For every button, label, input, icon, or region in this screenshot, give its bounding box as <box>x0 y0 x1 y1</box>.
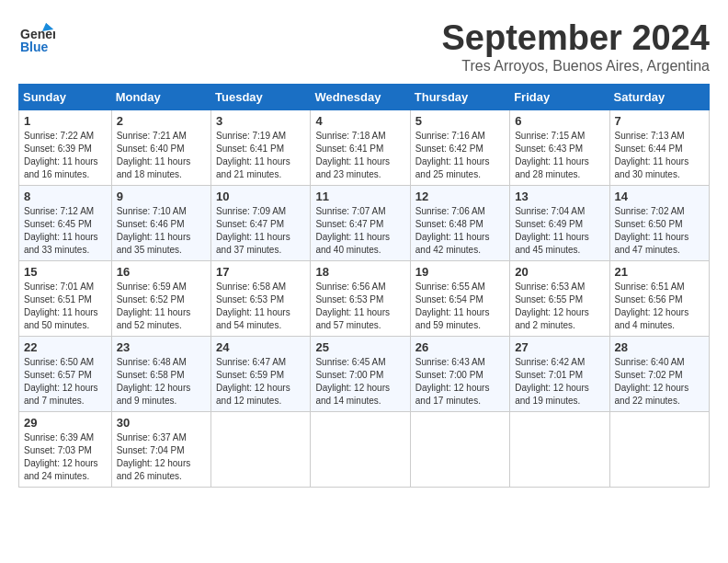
week-row-1: 1Sunrise: 7:22 AM Sunset: 6:39 PM Daylig… <box>19 110 710 186</box>
day-info: Sunrise: 7:02 AM Sunset: 6:50 PM Dayligh… <box>615 205 704 257</box>
logo-icon: General Blue <box>18 18 55 59</box>
week-row-2: 8Sunrise: 7:12 AM Sunset: 6:45 PM Daylig… <box>19 186 710 261</box>
day-info: Sunrise: 6:48 AM Sunset: 6:58 PM Dayligh… <box>117 356 206 408</box>
calendar-cell: 4Sunrise: 7:18 AM Sunset: 6:41 PM Daylig… <box>311 110 410 186</box>
svg-text:Blue: Blue <box>20 40 49 54</box>
day-number: 25 <box>315 340 404 354</box>
day-info: Sunrise: 6:42 AM Sunset: 7:01 PM Dayligh… <box>515 356 604 408</box>
day-info: Sunrise: 7:18 AM Sunset: 6:41 PM Dayligh… <box>315 130 404 181</box>
day-info: Sunrise: 6:43 AM Sunset: 7:00 PM Dayligh… <box>415 356 505 408</box>
col-header-sunday: Sunday <box>19 85 112 110</box>
col-header-thursday: Thursday <box>410 85 509 110</box>
day-number: 18 <box>315 265 404 279</box>
day-info: Sunrise: 6:39 AM Sunset: 7:03 PM Dayligh… <box>24 431 107 483</box>
day-number: 15 <box>24 265 107 279</box>
day-number: 30 <box>117 416 206 430</box>
calendar-cell: 12Sunrise: 7:06 AM Sunset: 6:48 PM Dayli… <box>410 186 509 261</box>
calendar-cell: 1Sunrise: 7:22 AM Sunset: 6:39 PM Daylig… <box>19 110 112 186</box>
calendar-cell: 27Sunrise: 6:42 AM Sunset: 7:01 PM Dayli… <box>510 337 609 412</box>
day-number: 14 <box>615 190 704 203</box>
day-number: 2 <box>117 114 206 128</box>
day-info: Sunrise: 6:45 AM Sunset: 7:00 PM Dayligh… <box>315 356 404 408</box>
calendar-cell: 7Sunrise: 7:13 AM Sunset: 6:44 PM Daylig… <box>609 110 709 186</box>
week-row-3: 15Sunrise: 7:01 AM Sunset: 6:51 PM Dayli… <box>19 261 710 337</box>
calendar-cell <box>211 412 311 488</box>
day-info: Sunrise: 7:04 AM Sunset: 6:49 PM Dayligh… <box>515 205 604 257</box>
calendar-cell: 6Sunrise: 7:15 AM Sunset: 6:43 PM Daylig… <box>510 110 609 186</box>
calendar-cell: 18Sunrise: 6:56 AM Sunset: 6:53 PM Dayli… <box>311 261 410 337</box>
calendar-cell: 13Sunrise: 7:04 AM Sunset: 6:49 PM Dayli… <box>510 186 609 261</box>
day-info: Sunrise: 6:50 AM Sunset: 6:57 PM Dayligh… <box>24 356 107 408</box>
calendar-cell: 20Sunrise: 6:53 AM Sunset: 6:55 PM Dayli… <box>510 261 609 337</box>
day-info: Sunrise: 7:01 AM Sunset: 6:51 PM Dayligh… <box>24 281 107 332</box>
day-info: Sunrise: 6:53 AM Sunset: 6:55 PM Dayligh… <box>515 281 604 332</box>
day-number: 28 <box>615 340 704 354</box>
calendar-cell: 3Sunrise: 7:19 AM Sunset: 6:41 PM Daylig… <box>211 110 311 186</box>
day-number: 23 <box>117 340 206 354</box>
week-row-5: 29Sunrise: 6:39 AM Sunset: 7:03 PM Dayli… <box>19 412 710 488</box>
day-info: Sunrise: 7:15 AM Sunset: 6:43 PM Dayligh… <box>515 130 604 181</box>
day-info: Sunrise: 7:19 AM Sunset: 6:41 PM Dayligh… <box>216 130 305 181</box>
calendar-table: SundayMondayTuesdayWednesdayThursdayFrid… <box>18 84 710 488</box>
calendar-cell: 15Sunrise: 7:01 AM Sunset: 6:51 PM Dayli… <box>19 261 112 337</box>
day-number: 8 <box>24 190 107 203</box>
day-number: 10 <box>216 190 305 203</box>
logo: General Blue <box>18 18 55 59</box>
calendar-cell: 5Sunrise: 7:16 AM Sunset: 6:42 PM Daylig… <box>410 110 509 186</box>
day-number: 13 <box>515 190 604 203</box>
day-number: 6 <box>515 114 604 128</box>
day-info: Sunrise: 6:47 AM Sunset: 6:59 PM Dayligh… <box>216 356 305 408</box>
calendar-cell: 19Sunrise: 6:55 AM Sunset: 6:54 PM Dayli… <box>410 261 509 337</box>
day-number: 9 <box>117 190 206 203</box>
calendar-cell: 10Sunrise: 7:09 AM Sunset: 6:47 PM Dayli… <box>211 186 311 261</box>
calendar-cell: 16Sunrise: 6:59 AM Sunset: 6:52 PM Dayli… <box>111 261 210 337</box>
week-row-4: 22Sunrise: 6:50 AM Sunset: 6:57 PM Dayli… <box>19 337 710 412</box>
calendar-cell <box>311 412 410 488</box>
calendar-cell: 28Sunrise: 6:40 AM Sunset: 7:02 PM Dayli… <box>609 337 709 412</box>
location-title: Tres Arroyos, Buenos Aires, Argentina <box>442 58 711 75</box>
calendar-cell: 14Sunrise: 7:02 AM Sunset: 6:50 PM Dayli… <box>609 186 709 261</box>
day-info: Sunrise: 6:51 AM Sunset: 6:56 PM Dayligh… <box>615 281 704 332</box>
day-number: 16 <box>117 265 206 279</box>
col-header-tuesday: Tuesday <box>211 85 311 110</box>
day-info: Sunrise: 6:40 AM Sunset: 7:02 PM Dayligh… <box>615 356 704 408</box>
day-number: 12 <box>415 190 505 203</box>
day-number: 17 <box>216 265 305 279</box>
day-number: 29 <box>24 416 107 430</box>
day-info: Sunrise: 7:21 AM Sunset: 6:40 PM Dayligh… <box>117 130 206 181</box>
day-number: 24 <box>216 340 305 354</box>
day-number: 1 <box>24 114 107 128</box>
calendar-cell <box>609 412 709 488</box>
day-number: 22 <box>24 340 107 354</box>
calendar-cell: 24Sunrise: 6:47 AM Sunset: 6:59 PM Dayli… <box>211 337 311 412</box>
day-info: Sunrise: 7:12 AM Sunset: 6:45 PM Dayligh… <box>24 205 107 257</box>
day-info: Sunrise: 7:16 AM Sunset: 6:42 PM Dayligh… <box>415 130 505 181</box>
col-header-saturday: Saturday <box>609 85 709 110</box>
calendar-cell: 23Sunrise: 6:48 AM Sunset: 6:58 PM Dayli… <box>111 337 210 412</box>
day-info: Sunrise: 7:07 AM Sunset: 6:47 PM Dayligh… <box>315 205 404 257</box>
calendar-cell: 22Sunrise: 6:50 AM Sunset: 6:57 PM Dayli… <box>19 337 112 412</box>
header-row: SundayMondayTuesdayWednesdayThursdayFrid… <box>19 85 710 110</box>
col-header-wednesday: Wednesday <box>311 85 410 110</box>
day-number: 3 <box>216 114 305 128</box>
day-number: 21 <box>615 265 704 279</box>
day-info: Sunrise: 6:58 AM Sunset: 6:53 PM Dayligh… <box>216 281 305 332</box>
day-info: Sunrise: 7:09 AM Sunset: 6:47 PM Dayligh… <box>216 205 305 257</box>
day-number: 4 <box>315 114 404 128</box>
calendar-cell <box>510 412 609 488</box>
day-info: Sunrise: 6:55 AM Sunset: 6:54 PM Dayligh… <box>415 281 505 332</box>
day-number: 27 <box>515 340 604 354</box>
calendar-cell: 17Sunrise: 6:58 AM Sunset: 6:53 PM Dayli… <box>211 261 311 337</box>
day-number: 20 <box>515 265 604 279</box>
col-header-monday: Monday <box>111 85 210 110</box>
day-info: Sunrise: 7:22 AM Sunset: 6:39 PM Dayligh… <box>24 130 107 181</box>
day-number: 5 <box>415 114 505 128</box>
day-info: Sunrise: 7:13 AM Sunset: 6:44 PM Dayligh… <box>615 130 704 181</box>
calendar-cell: 29Sunrise: 6:39 AM Sunset: 7:03 PM Dayli… <box>19 412 112 488</box>
day-number: 19 <box>415 265 505 279</box>
calendar-cell: 2Sunrise: 7:21 AM Sunset: 6:40 PM Daylig… <box>111 110 210 186</box>
calendar-cell: 21Sunrise: 6:51 AM Sunset: 6:56 PM Dayli… <box>609 261 709 337</box>
day-info: Sunrise: 6:37 AM Sunset: 7:04 PM Dayligh… <box>117 431 206 483</box>
month-title: September 2024 <box>442 18 711 58</box>
day-number: 11 <box>315 190 404 203</box>
